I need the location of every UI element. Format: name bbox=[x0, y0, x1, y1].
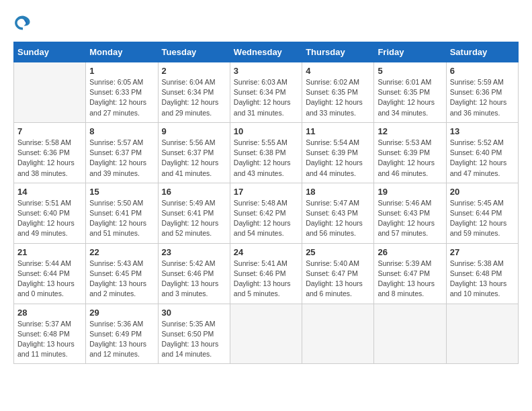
day-number: 15 bbox=[89, 187, 154, 197]
calendar-cell: 17Sunrise: 5:48 AMSunset: 6:42 PMDayligh… bbox=[230, 183, 302, 243]
cell-info: Sunrise: 5:52 AMSunset: 6:40 PMDaylight:… bbox=[450, 138, 515, 179]
calendar-cell bbox=[446, 304, 518, 364]
cell-info: Sunrise: 5:43 AMSunset: 6:45 PMDaylight:… bbox=[89, 259, 154, 300]
day-number: 2 bbox=[162, 66, 226, 76]
cell-info: Sunrise: 5:45 AMSunset: 6:44 PMDaylight:… bbox=[450, 198, 515, 239]
calendar-cell: 24Sunrise: 5:41 AMSunset: 6:46 PMDayligh… bbox=[230, 243, 302, 304]
day-number: 16 bbox=[162, 187, 226, 197]
cell-info: Sunrise: 5:41 AMSunset: 6:46 PMDaylight:… bbox=[234, 259, 298, 300]
calendar-cell: 1Sunrise: 6:05 AMSunset: 6:33 PMDaylight… bbox=[86, 62, 158, 123]
day-number: 28 bbox=[17, 308, 82, 318]
day-number: 19 bbox=[378, 187, 442, 197]
day-number: 17 bbox=[234, 187, 298, 197]
cell-info: Sunrise: 6:05 AMSunset: 6:33 PMDaylight:… bbox=[89, 77, 154, 118]
cell-info: Sunrise: 5:54 AMSunset: 6:39 PMDaylight:… bbox=[306, 138, 370, 179]
calendar-cell: 16Sunrise: 5:49 AMSunset: 6:41 PMDayligh… bbox=[158, 183, 230, 243]
cell-info: Sunrise: 5:48 AMSunset: 6:42 PMDaylight:… bbox=[234, 198, 298, 239]
day-number: 4 bbox=[306, 66, 370, 76]
calendar-cell: 26Sunrise: 5:39 AMSunset: 6:47 PMDayligh… bbox=[374, 243, 446, 304]
calendar-cell: 28Sunrise: 5:37 AMSunset: 6:48 PMDayligh… bbox=[14, 304, 86, 364]
day-number: 11 bbox=[306, 126, 370, 136]
calendar-cell: 25Sunrise: 5:40 AMSunset: 6:47 PMDayligh… bbox=[302, 243, 374, 304]
calendar-cell: 20Sunrise: 5:45 AMSunset: 6:44 PMDayligh… bbox=[446, 183, 518, 243]
calendar-cell: 22Sunrise: 5:43 AMSunset: 6:45 PMDayligh… bbox=[86, 243, 158, 304]
cell-info: Sunrise: 5:56 AMSunset: 6:37 PMDaylight:… bbox=[162, 138, 226, 179]
day-number: 1 bbox=[89, 66, 154, 76]
cell-info: Sunrise: 5:59 AMSunset: 6:36 PMDaylight:… bbox=[450, 77, 515, 118]
cell-info: Sunrise: 5:36 AMSunset: 6:49 PMDaylight:… bbox=[89, 319, 154, 360]
calendar-cell: 29Sunrise: 5:36 AMSunset: 6:49 PMDayligh… bbox=[86, 304, 158, 364]
day-number: 22 bbox=[89, 247, 154, 257]
calendar-cell: 30Sunrise: 5:35 AMSunset: 6:50 PMDayligh… bbox=[158, 304, 230, 364]
calendar-cell: 14Sunrise: 5:51 AMSunset: 6:40 PMDayligh… bbox=[14, 183, 86, 243]
calendar-cell: 8Sunrise: 5:57 AMSunset: 6:37 PMDaylight… bbox=[86, 122, 158, 183]
day-number: 12 bbox=[378, 126, 442, 136]
cell-info: Sunrise: 5:46 AMSunset: 6:43 PMDaylight:… bbox=[378, 198, 442, 239]
calendar-cell: 2Sunrise: 6:04 AMSunset: 6:34 PMDaylight… bbox=[158, 62, 230, 123]
col-header-friday: Friday bbox=[374, 42, 446, 62]
day-number: 13 bbox=[450, 126, 515, 136]
col-header-saturday: Saturday bbox=[446, 42, 518, 62]
day-number: 14 bbox=[17, 187, 82, 197]
col-header-thursday: Thursday bbox=[302, 42, 374, 62]
col-header-monday: Monday bbox=[86, 42, 158, 62]
calendar-week-5: 28Sunrise: 5:37 AMSunset: 6:48 PMDayligh… bbox=[14, 304, 519, 364]
calendar-week-3: 14Sunrise: 5:51 AMSunset: 6:40 PMDayligh… bbox=[14, 183, 519, 243]
calendar-cell bbox=[374, 304, 446, 364]
col-header-tuesday: Tuesday bbox=[158, 42, 230, 62]
cell-info: Sunrise: 6:01 AMSunset: 6:35 PMDaylight:… bbox=[378, 77, 442, 118]
calendar-cell: 7Sunrise: 5:58 AMSunset: 6:36 PMDaylight… bbox=[14, 122, 86, 183]
cell-info: Sunrise: 5:37 AMSunset: 6:48 PMDaylight:… bbox=[17, 319, 82, 360]
calendar-cell: 15Sunrise: 5:50 AMSunset: 6:41 PMDayligh… bbox=[86, 183, 158, 243]
cell-info: Sunrise: 5:51 AMSunset: 6:40 PMDaylight:… bbox=[17, 198, 82, 239]
calendar-cell: 3Sunrise: 6:03 AMSunset: 6:34 PMDaylight… bbox=[230, 62, 302, 123]
day-number: 8 bbox=[89, 126, 154, 136]
cell-info: Sunrise: 5:55 AMSunset: 6:38 PMDaylight:… bbox=[234, 138, 298, 179]
day-number: 10 bbox=[234, 126, 298, 136]
calendar-cell: 18Sunrise: 5:47 AMSunset: 6:43 PMDayligh… bbox=[302, 183, 374, 243]
cell-info: Sunrise: 6:04 AMSunset: 6:34 PMDaylight:… bbox=[162, 77, 226, 118]
calendar-week-2: 7Sunrise: 5:58 AMSunset: 6:36 PMDaylight… bbox=[14, 122, 519, 183]
day-number: 3 bbox=[234, 66, 298, 76]
day-number: 23 bbox=[162, 247, 226, 257]
cell-info: Sunrise: 5:49 AMSunset: 6:41 PMDaylight:… bbox=[162, 198, 226, 239]
calendar-cell bbox=[230, 304, 302, 364]
calendar-cell: 27Sunrise: 5:38 AMSunset: 6:48 PMDayligh… bbox=[446, 243, 518, 304]
col-header-wednesday: Wednesday bbox=[230, 42, 302, 62]
cell-info: Sunrise: 5:53 AMSunset: 6:39 PMDaylight:… bbox=[378, 138, 442, 179]
cell-info: Sunrise: 5:38 AMSunset: 6:48 PMDaylight:… bbox=[450, 259, 515, 300]
day-number: 29 bbox=[89, 308, 154, 318]
calendar-week-4: 21Sunrise: 5:44 AMSunset: 6:44 PMDayligh… bbox=[14, 243, 519, 304]
cell-info: Sunrise: 5:47 AMSunset: 6:43 PMDaylight:… bbox=[306, 198, 370, 239]
calendar-cell: 4Sunrise: 6:02 AMSunset: 6:35 PMDaylight… bbox=[302, 62, 374, 123]
calendar-cell: 10Sunrise: 5:55 AMSunset: 6:38 PMDayligh… bbox=[230, 122, 302, 183]
calendar-week-1: 1Sunrise: 6:05 AMSunset: 6:33 PMDaylight… bbox=[14, 62, 519, 123]
cell-info: Sunrise: 5:44 AMSunset: 6:44 PMDaylight:… bbox=[17, 259, 82, 300]
day-number: 5 bbox=[378, 66, 442, 76]
day-number: 7 bbox=[17, 126, 82, 136]
calendar-cell: 9Sunrise: 5:56 AMSunset: 6:37 PMDaylight… bbox=[158, 122, 230, 183]
col-header-sunday: Sunday bbox=[14, 42, 86, 62]
cell-info: Sunrise: 5:40 AMSunset: 6:47 PMDaylight:… bbox=[306, 259, 370, 300]
calendar-cell: 19Sunrise: 5:46 AMSunset: 6:43 PMDayligh… bbox=[374, 183, 446, 243]
cell-info: Sunrise: 5:35 AMSunset: 6:50 PMDaylight:… bbox=[162, 319, 226, 360]
day-number: 18 bbox=[306, 187, 370, 197]
calendar-cell bbox=[302, 304, 374, 364]
calendar-cell: 13Sunrise: 5:52 AMSunset: 6:40 PMDayligh… bbox=[446, 122, 518, 183]
calendar-cell: 23Sunrise: 5:42 AMSunset: 6:46 PMDayligh… bbox=[158, 243, 230, 304]
logo-icon bbox=[13, 13, 32, 35]
day-number: 27 bbox=[450, 247, 515, 257]
calendar-table: SundayMondayTuesdayWednesdayThursdayFrid… bbox=[13, 42, 519, 364]
calendar-cell: 11Sunrise: 5:54 AMSunset: 6:39 PMDayligh… bbox=[302, 122, 374, 183]
day-number: 21 bbox=[17, 247, 82, 257]
cell-info: Sunrise: 6:03 AMSunset: 6:34 PMDaylight:… bbox=[234, 77, 298, 118]
cell-info: Sunrise: 5:42 AMSunset: 6:46 PMDaylight:… bbox=[162, 259, 226, 300]
calendar-cell: 12Sunrise: 5:53 AMSunset: 6:39 PMDayligh… bbox=[374, 122, 446, 183]
page-header bbox=[13, 13, 519, 35]
day-number: 9 bbox=[162, 126, 226, 136]
cell-info: Sunrise: 5:57 AMSunset: 6:37 PMDaylight:… bbox=[89, 138, 154, 179]
cell-info: Sunrise: 6:02 AMSunset: 6:35 PMDaylight:… bbox=[306, 77, 370, 118]
day-number: 25 bbox=[306, 247, 370, 257]
calendar-cell: 21Sunrise: 5:44 AMSunset: 6:44 PMDayligh… bbox=[14, 243, 86, 304]
calendar-cell: 5Sunrise: 6:01 AMSunset: 6:35 PMDaylight… bbox=[374, 62, 446, 123]
